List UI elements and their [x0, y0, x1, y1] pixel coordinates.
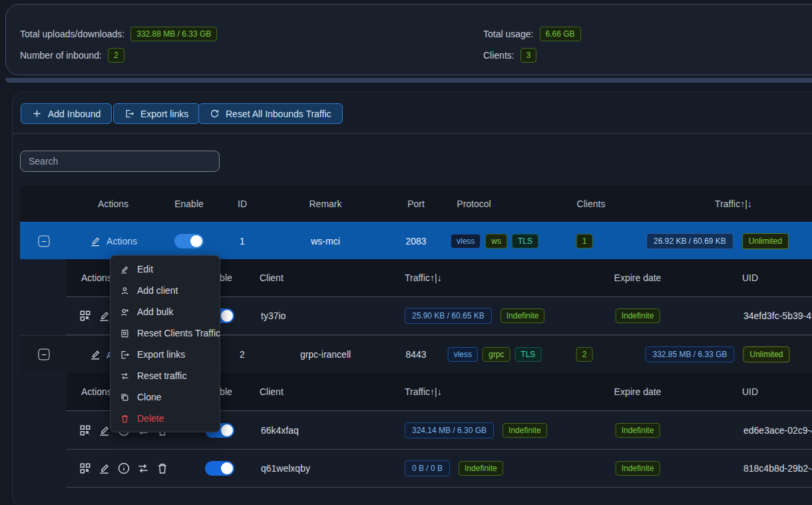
stat-label: Number of inbound: [20, 50, 102, 61]
data-limit-badge: Indefinite [503, 423, 547, 438]
col-remark: Remark [309, 199, 341, 209]
trash-icon[interactable] [156, 462, 169, 475]
edit-icon[interactable] [98, 424, 111, 437]
col-traffic-sort[interactable]: Traffic↑|↓ [715, 199, 752, 209]
actions-label: Actions [106, 236, 137, 247]
stats-card-shadow [5, 78, 812, 83]
col-uid: UID [742, 272, 758, 283]
expire-badge: Indefinite [616, 423, 660, 438]
search-input[interactable] [20, 151, 220, 172]
client-uid: 818c4b8d-29b2-4 [743, 463, 812, 474]
client-row[interactable]: q61welxqby 0 B / 0 B Indefinite Indefini… [67, 450, 812, 488]
client-traffic: 324.14 MB / 6.30 GB Indefinite [405, 422, 547, 438]
col-expire: Expire date [614, 272, 662, 283]
enable-toggle[interactable] [174, 234, 204, 249]
col-expire: Expire date [614, 386, 662, 397]
col-clients: Clients [577, 199, 606, 209]
add-inbound-button[interactable]: Add Inbound [21, 103, 112, 124]
menu-item-add-client[interactable]: Add client [110, 280, 220, 301]
add-inbound-label: Add Inbound [48, 109, 101, 119]
protocol-badge: vless [451, 234, 481, 249]
collapse-toggle[interactable]: − [39, 235, 50, 247]
transport-badge: grpc [483, 347, 510, 362]
inbound-row-1[interactable]: − Actions 1 ws-mci 2083 vless ws TLS 1 2… [20, 222, 812, 259]
stat-inbound-count: Number of inbound: 2 [20, 47, 124, 63]
col-client: Client [260, 386, 284, 397]
edit-icon [120, 264, 130, 274]
client-enable-toggle[interactable] [205, 461, 234, 476]
qr-code-icon[interactable] [79, 462, 92, 475]
inbound-id: 1 [240, 236, 245, 247]
reset-all-traffic-button[interactable]: Reset All Inbounds Traffic [198, 103, 343, 124]
trash-icon [120, 414, 130, 424]
col-actions: Actions [81, 272, 112, 283]
stat-clients-count: Clients: 3 [483, 47, 536, 63]
col-actions: Actions [98, 199, 128, 209]
toggle-on[interactable] [174, 234, 204, 249]
toggle-on[interactable] [205, 461, 234, 476]
col-protocol: Protocol [457, 199, 491, 209]
collapse-toggle[interactable]: − [39, 349, 50, 360]
client-traffic: 0 B / 0 B Indefinite [405, 460, 503, 476]
menu-item-add-bulk[interactable]: Add bulk [110, 301, 220, 322]
client-count-badge: 1 [576, 234, 593, 249]
inbounds-page: Total uploads/downloads: 332.88 MB / 6.3… [0, 0, 812, 505]
stat-label: Total uploads/downloads: [20, 29, 124, 39]
toolbar-divider [12, 133, 812, 134]
menu-item-clone[interactable]: Clone [110, 386, 220, 408]
col-uid: UID [742, 386, 758, 397]
qr-code-icon[interactable] [79, 309, 92, 322]
row-actions-menu-trigger[interactable]: Actions [89, 235, 137, 247]
actions-context-menu: Edit Add client Add bulk Reset Clients T… [110, 255, 220, 432]
qr-code-icon[interactable] [79, 424, 92, 437]
traffic-badge: 332.85 MB / 6.33 GB [645, 346, 734, 362]
col-id: ID [238, 199, 247, 209]
inbounds-table-header: Actions Enable ID Remark Port Protocol C… [20, 185, 812, 222]
col-traffic-sort[interactable]: Traffic↑|↓ [405, 386, 442, 397]
edit-icon[interactable] [98, 462, 111, 475]
total-badge: Unlimited [743, 346, 790, 362]
export-icon [124, 109, 134, 119]
reset-traffic-icon[interactable] [136, 462, 150, 475]
export-links-button[interactable]: Export links [113, 103, 200, 124]
reset-clients-traffic-icon [120, 328, 130, 338]
info-icon[interactable] [117, 462, 130, 475]
menu-item-reset-traffic[interactable]: Reset traffic [110, 365, 220, 386]
client-uid: 34efd3fc-5b39-45 [743, 310, 812, 321]
tls-badge: TLS [514, 347, 541, 362]
col-enable: Enable [174, 199, 204, 209]
reset-all-label: Reset All Inbounds Traffic [226, 109, 331, 119]
collapse-minus-icon[interactable]: − [39, 349, 50, 360]
col-actions: Actions [81, 386, 112, 397]
edit-icon [89, 348, 102, 361]
plus-icon [32, 109, 42, 119]
client-traffic: 25.90 KB / 60.65 KB Indefinite [405, 308, 544, 324]
inbound-id: 2 [240, 349, 245, 360]
collapse-minus-icon[interactable]: − [39, 235, 50, 247]
menu-item-delete[interactable]: Delete [110, 408, 220, 429]
stat-value-badge: 332.88 MB / 6.33 GB [130, 27, 217, 41]
data-limit-badge: Indefinite [501, 308, 545, 323]
export-icon [120, 350, 130, 360]
stat-value-badge: 3 [520, 48, 537, 63]
stat-total-uploads: Total uploads/downloads: 332.88 MB / 6.3… [20, 26, 217, 42]
traffic-badge: 26.92 KB / 60.69 KB [646, 233, 733, 249]
menu-item-export-links[interactable]: Export links [110, 344, 220, 365]
client-name: q61welxqby [261, 463, 310, 474]
inbound-port: 8443 [405, 349, 426, 360]
traffic-badges: 332.85 MB / 6.33 GB Unlimited [645, 346, 789, 362]
stat-label: Total usage: [483, 29, 534, 39]
menu-item-edit[interactable]: Edit [110, 258, 220, 280]
protocol-badge: vless [448, 347, 478, 362]
col-traffic-sort[interactable]: Traffic↑|↓ [405, 272, 442, 283]
export-links-label: Export links [140, 109, 188, 119]
data-limit-badge: Indefinite [459, 461, 503, 476]
protocol-badges: vless ws TLS [451, 234, 538, 249]
add-bulk-icon [120, 307, 130, 317]
inbound-remark: grpc-irancell [300, 349, 351, 360]
edit-icon[interactable] [98, 309, 111, 322]
edit-icon [89, 235, 102, 247]
traffic-badge: 25.90 KB / 60.65 KB [405, 308, 492, 324]
traffic-badge: 324.14 MB / 6.30 GB [405, 422, 494, 438]
menu-item-reset-clients-traffic[interactable]: Reset Clients Traffic [110, 322, 220, 344]
